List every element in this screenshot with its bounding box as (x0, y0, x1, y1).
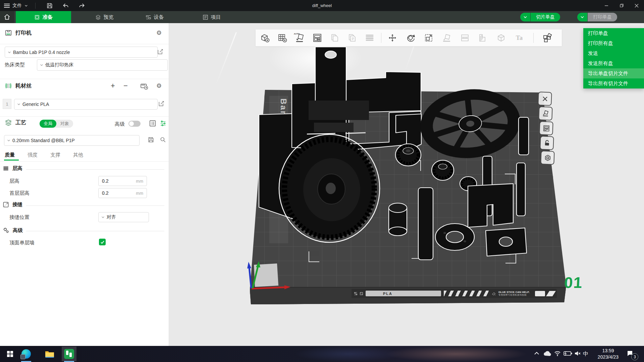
printer-select[interactable]: Bambu Lab P1P 0.4 nozzle (5, 47, 158, 58)
process-section-label: 工艺 (15, 119, 26, 126)
arrange-button[interactable] (311, 32, 324, 44)
build-plate[interactable]: Bambu Cool Plate PLA GLUE STICK CAN HELP… (250, 90, 566, 304)
layer-height-value[interactable] (99, 178, 133, 184)
process-tab-strength[interactable]: 强度 (28, 152, 38, 158)
paste-button[interactable]: P (345, 32, 359, 44)
mesh-boolean-button[interactable] (494, 32, 508, 44)
taskbar-clock[interactable]: 13:59 2023/4/23 (594, 348, 622, 360)
close-button[interactable] (629, 0, 644, 11)
undo-icon[interactable] (62, 2, 69, 9)
start-button[interactable] (3, 347, 17, 361)
filament-select[interactable]: Generic PLA (14, 99, 158, 110)
ime-indicator[interactable]: 中 (583, 351, 588, 358)
process-tab-others[interactable]: 其他 (73, 152, 83, 158)
taskbar-bambu-studio[interactable] (62, 347, 76, 361)
taskbar-file-explorer[interactable] (42, 347, 57, 361)
filament-settings-gear-icon[interactable]: ⚙ (156, 83, 162, 89)
scope-switch[interactable]: 全局 对象 (40, 120, 73, 128)
selection-glow-streak (215, 32, 237, 86)
file-menu[interactable]: 文件 (12, 3, 22, 9)
text-tool-button[interactable]: Ta (513, 32, 526, 44)
slice-options-chevron[interactable] (520, 13, 530, 21)
search-preset-icon[interactable] (160, 136, 166, 143)
check-icon (100, 240, 105, 244)
tab-project-label: 项目 (211, 14, 221, 20)
layer-height-section-label: 层高 (12, 165, 22, 172)
lock-icon (543, 139, 550, 146)
first-layer-height-value[interactable] (99, 190, 133, 196)
save-icon[interactable] (46, 2, 53, 9)
first-layer-height-input[interactable]: mm (98, 188, 147, 198)
lock-plate-button[interactable] (540, 136, 554, 150)
filter-params-icon[interactable] (160, 120, 167, 127)
chevron-down-icon[interactable] (24, 4, 28, 7)
onedrive-icon[interactable] (543, 351, 551, 356)
scale-button[interactable] (422, 32, 435, 44)
redo-icon[interactable] (78, 2, 85, 9)
print-options-chevron[interactable] (577, 13, 587, 21)
menu-item-export-all-sliced-file[interactable]: 导出所有切片文件 (583, 78, 644, 88)
menu-item-export-plate-sliced-file[interactable]: 导出单盘切片文件 (583, 68, 644, 78)
tab-project[interactable]: 项目 (193, 11, 230, 23)
tab-preview[interactable]: 预览 (86, 11, 123, 23)
ams-sync-icon[interactable] (140, 83, 148, 90)
top-one-wall-checkbox[interactable] (99, 239, 106, 245)
top-one-wall-label: 顶面单层墙 (9, 240, 35, 246)
add-plate-button[interactable] (276, 32, 289, 44)
remove-filament-button[interactable]: − (123, 81, 128, 90)
taskbar-wallpaper-glow (295, 346, 402, 362)
tab-prepare[interactable]: 准备 (16, 11, 71, 23)
scope-object[interactable]: 对象 (56, 121, 73, 127)
minimize-button[interactable] (599, 0, 614, 11)
tab-device[interactable]: 设备 (136, 11, 173, 23)
add-model-button[interactable] (258, 32, 272, 44)
slice-plate-button[interactable]: 切片单盘 (531, 13, 560, 21)
arrange-plate-button[interactable] (539, 121, 553, 135)
wifi-icon[interactable] (554, 350, 561, 357)
lay-flat-button[interactable] (440, 32, 453, 44)
plate-settings-button[interactable] (540, 150, 554, 165)
process-preset-select[interactable]: 0.20mm Standard @BBL P1P (4, 135, 140, 146)
orient-plate-button[interactable] (538, 106, 552, 120)
print-plate-button[interactable]: 打印单盘 (588, 13, 617, 21)
volume-muted-icon[interactable] (574, 351, 581, 356)
chevron-down-icon (17, 103, 20, 106)
add-filament-button[interactable]: + (111, 81, 115, 90)
home-button[interactable] (0, 11, 14, 23)
move-button[interactable] (386, 32, 399, 44)
taskbar-edge[interactable] (19, 347, 34, 361)
object-list-button[interactable] (363, 32, 376, 44)
tab-device-label: 设备 (154, 14, 164, 20)
parameter-list-icon[interactable] (149, 120, 156, 127)
prepare-cube-icon (34, 14, 40, 20)
scope-global[interactable]: 全局 (40, 120, 56, 128)
seam-section-header: 接缝 (3, 201, 22, 208)
cut-button[interactable] (458, 32, 472, 44)
edit-filament-icon[interactable] (158, 100, 165, 107)
process-tab-support[interactable]: 支撑 (50, 152, 60, 158)
advanced-toggle[interactable] (128, 121, 141, 127)
delete-plate-button[interactable] (538, 92, 552, 106)
menu-item-send[interactable]: 发送 (583, 48, 644, 58)
assembly-button[interactable] (541, 32, 554, 44)
menu-item-print-all[interactable]: 打印所有盘 (583, 38, 644, 48)
menu-item-send-all[interactable]: 发送所有盘 (583, 58, 644, 68)
bed-type-select[interactable]: 低温打印热床 (37, 59, 168, 71)
printer-settings-gear-icon[interactable]: ⚙ (156, 30, 162, 36)
edit-printer-icon[interactable] (157, 48, 164, 55)
auto-orient-button[interactable]: AUTO (293, 32, 307, 44)
plate-number: 01 (564, 274, 583, 292)
battery-icon[interactable] (564, 351, 572, 356)
menu-item-print-plate[interactable]: 打印单盘 (583, 28, 644, 38)
seam-position-select[interactable]: 对齐 (98, 212, 149, 222)
divider (0, 44, 169, 44)
process-tab-quality[interactable]: 质量 (5, 152, 15, 158)
hamburger-menu-icon[interactable] (4, 3, 10, 9)
color-paint-button[interactable] (476, 32, 490, 44)
tray-chevron-up-icon[interactable] (534, 351, 539, 355)
rotate-button[interactable] (404, 32, 417, 44)
restore-button[interactable] (614, 0, 629, 11)
layer-height-input[interactable]: mm (98, 176, 147, 186)
save-preset-icon[interactable] (148, 136, 154, 143)
copy-button[interactable] (328, 32, 341, 44)
